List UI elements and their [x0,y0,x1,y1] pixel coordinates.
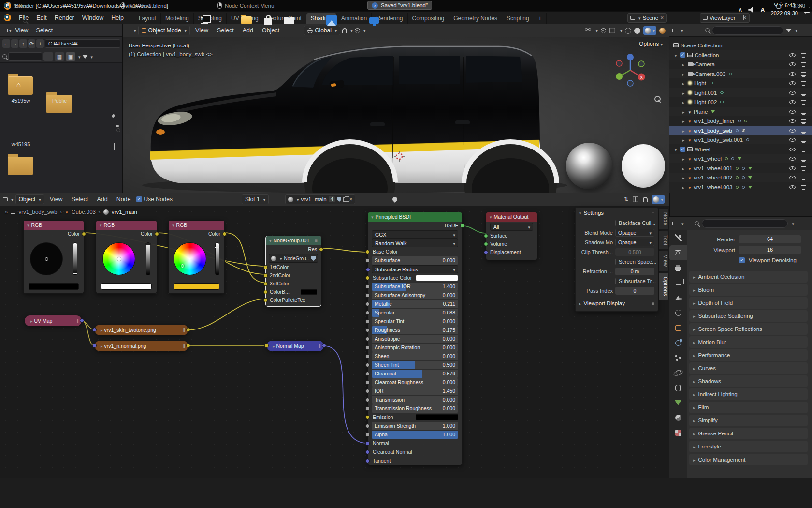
socket-normal-out[interactable] [322,344,326,348]
unlink-scene-icon[interactable] [660,15,664,21]
disable-viewport-icon[interactable] [801,72,806,76]
socket-color-out[interactable] [186,328,190,332]
hide-eye-icon[interactable] [789,52,796,58]
group-datablock[interactable]: NodeGrou... [269,254,318,263]
collapse-icon[interactable] [101,327,103,333]
expand-icon[interactable] [673,52,678,58]
collapse-icon[interactable] [27,221,29,230]
socket-res-out[interactable] [319,247,323,252]
socket-clearcoat[interactable] [365,372,370,376]
subsurface-translucency-checkbox[interactable] [615,278,616,284]
node-uv-map[interactable]: UV Map [25,315,82,326]
color-swatch[interactable] [101,283,152,290]
chevron-down-icon[interactable] [680,220,684,227]
socket-anisotropic[interactable] [365,337,370,341]
menu-help[interactable]: Help [107,12,128,24]
outliner-row-wheel[interactable]: Wheel [669,145,812,154]
collapse-icon[interactable] [371,212,374,222]
disable-viewport-icon[interactable] [801,185,806,189]
collapse-icon[interactable] [172,221,174,230]
hide-eye-icon[interactable] [789,155,796,162]
disable-viewport-icon[interactable] [801,138,806,142]
disable-viewport-icon[interactable] [801,100,806,104]
view-grid-icon[interactable]: ▦ [55,52,64,61]
input-base-color[interactable]: Base Color [372,248,458,256]
slider-handle[interactable] [72,273,78,274]
slider-handle[interactable] [215,247,220,248]
socket-sheen[interactable] [365,354,370,359]
node-header[interactable]: RGB [169,221,224,230]
tab-constraints[interactable] [669,380,687,395]
node-image-skin-twotone[interactable]: vrv1_skin_twotone.png [95,325,188,335]
chevron-down-icon[interactable] [295,196,299,202]
path-field[interactable] [45,39,120,48]
socket-anisotropic-rotation[interactable] [365,345,370,350]
shading-solid-icon[interactable] [634,28,640,34]
hide-eye-icon[interactable] [789,184,796,190]
node-principled-bsdf[interactable]: Principled BSDF BSDF GGX Random Walk Bas… [367,212,463,465]
filter-icon[interactable] [786,29,792,32]
collapse-icon[interactable] [30,318,33,324]
wheel-cursor[interactable] [181,264,184,268]
color-wheel[interactable] [102,242,135,275]
node-group-001[interactable]: NodeGroup.001 Res NodeGrou... 1stColor 2… [265,236,321,307]
outliner-row-vrv1-body-swb-001[interactable]: vrv1_body_swb.001 [669,135,812,144]
hide-eye-icon[interactable] [789,136,796,143]
socket-clearcoat-roughness[interactable] [365,380,370,385]
expand-icon[interactable] [681,118,686,124]
collapse-icon[interactable] [269,236,272,246]
input-subsurface-color[interactable]: Subsurface Color [372,274,458,282]
slider-subsurface-ior[interactable]: Subsurface IOR1.400 [372,283,458,291]
hide-eye-icon[interactable] [789,90,796,96]
orientation-dropdown[interactable]: Global [304,26,340,35]
outliner-row-scene-collection[interactable]: Scene Collection [669,41,812,50]
viewport-denoising-checkbox[interactable] [739,257,745,263]
navigation-gizmo[interactable]: X [612,52,648,88]
chevron-down-icon[interactable] [619,27,623,34]
tab-compositing[interactable]: Compositing [408,13,450,24]
slider-specular-tint[interactable]: Specular Tint0.000 [372,317,458,326]
disable-viewport-icon[interactable] [801,81,806,85]
socket-1stcolor[interactable] [263,265,268,269]
section-indirect-lighting[interactable]: Indirect Lighting [689,388,808,400]
socket-alpha[interactable] [365,433,370,437]
tab-world[interactable] [669,305,687,320]
node-rgb-3[interactable]: RGB Color [168,220,225,294]
section-subsurface-scattering[interactable]: Subsurface Scattering [689,310,808,322]
disable-viewport-icon[interactable] [801,157,806,161]
menu-edit[interactable]: Edit [32,12,51,24]
expand-icon[interactable] [673,147,678,152]
orthographic-grid-icon[interactable] [114,143,115,150]
refraction-depth-field[interactable]: 0 m [615,268,654,275]
outliner-row-collection[interactable]: Collection [669,50,812,60]
chevron-down-icon[interactable] [791,220,795,227]
socket-color-in[interactable] [264,344,269,348]
socket-transmission[interactable] [365,398,370,402]
tab-layout[interactable]: Layout [134,13,161,24]
snap-magnet-icon[interactable] [643,197,648,202]
saved-notification[interactable]: Saved "vrv1.blend" [367,1,432,10]
color-swatch[interactable] [29,283,79,290]
tab-tool[interactable] [669,230,687,245]
sh-menu-select[interactable]: Select [68,196,92,203]
slider-roughness[interactable]: Roughness0.175 [372,326,458,334]
node-canvas[interactable]: » vrv1_body_swb Cube.003 vrv1_main [0,206,669,478]
vp-menu-view[interactable]: View [192,27,212,34]
disable-viewport-icon[interactable] [801,176,806,179]
hide-eye-icon[interactable] [789,127,796,134]
socket-specular[interactable] [365,311,370,315]
overlay-toggle-active[interactable] [652,195,665,204]
socket-colorpalletetex[interactable] [263,298,268,302]
outliner-row-vrv1-body-inner[interactable]: vrv1_body_inner [669,116,812,125]
color-swatch[interactable] [174,283,219,290]
disable-viewport-icon[interactable] [801,110,806,114]
socket-ior[interactable] [365,389,370,393]
expand-icon[interactable] [681,137,686,143]
outliner-row-vrv1-wheel-001[interactable]: vrv1_wheel.001 [669,164,812,173]
node-rgb-1[interactable]: RGB Color [23,220,84,294]
fb-menu-select[interactable]: Select [32,24,57,37]
expand-icon[interactable] [681,109,686,115]
speaker-icon[interactable] [748,7,754,13]
socket-color-out[interactable] [155,232,159,236]
outliner-row-light-002[interactable]: Light.002 [669,97,812,106]
